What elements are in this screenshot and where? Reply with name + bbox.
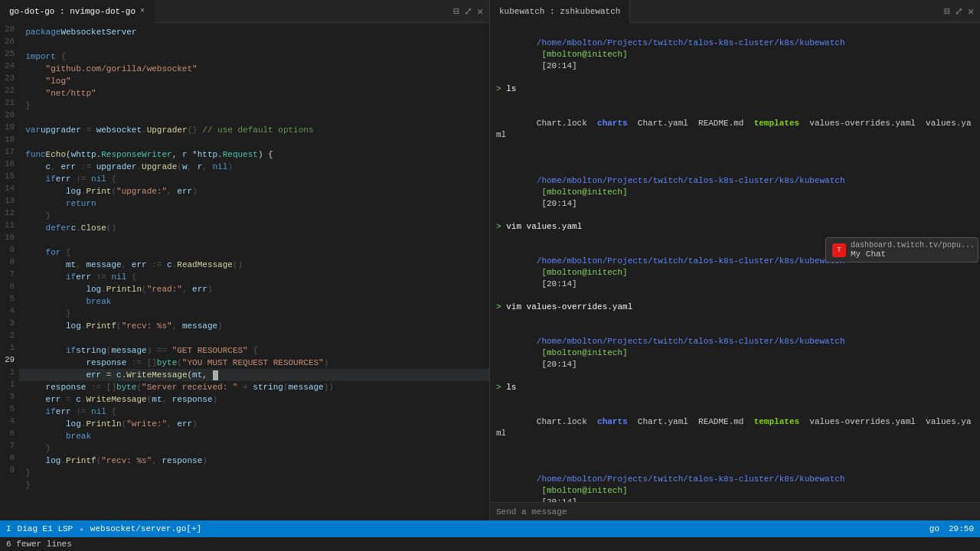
status-right: go 29:50 [929,524,974,533]
terminal-line: > ls [496,382,974,393]
code-line: c, err := upgrader.Upgrade(w, r, nil) [19,161,489,173]
code-line-current: err = c.WriteMessage(mt, [19,369,489,381]
info-bar: 6 fewer lines [0,537,980,551]
terminal-line: > vim values.yaml [496,221,974,233]
code-line: } [19,210,489,222]
code-line: if err != nil { [19,406,489,418]
code-line: func Echo(w http.ResponseWriter, r *http… [19,148,489,161]
status-mode: I [6,524,11,533]
send-message-placeholder: Send a message [496,507,567,517]
terminal-tab-icons: ⊟ ⤢ ✕ [944,5,980,18]
status-file: websocket/server.go[+] [90,524,201,533]
code-line: response := []byte("Server received: " +… [19,381,489,393]
status-position-text: 29:50 [949,524,974,533]
split-terminal-icon[interactable]: ⊟ [944,5,950,18]
editor-content: 28 26 25 24 23 22 21 20 19 18 17 16 15 1… [0,23,489,520]
code-line: err = c.WriteMessage(mt, response) [19,393,489,406]
code-line [19,136,489,148]
code-line: } [19,308,489,320]
terminal-line [496,393,974,405]
line-numbers: 28 26 25 24 23 22 21 20 19 18 17 16 15 1… [0,23,19,520]
terminal-ls-output: Chart.lock charts Chart.yaml README.md t… [496,106,974,152]
chat-notification-popup[interactable]: T dashboard.twitch.tv/popu... My Chat [825,237,978,262]
code-line: for { [19,246,489,259]
code-line: log.Println("write:", err) [19,418,489,430]
status-plugin-icons: ✦ [79,524,84,534]
code-line: package WebsocketServer [19,26,489,38]
terminal-line: /home/mbolton/Projects/twitch/talos-k8s-… [496,462,974,502]
status-diag-text: Diag E1 LSP [18,524,74,533]
code-line: break [19,430,489,442]
code-line: "github.com/gorilla/websocket" [19,63,489,75]
maximize-icon[interactable]: ⤢ [464,5,472,18]
code-line: if err != nil { [19,271,489,283]
terminal-tab-bar: kubewatch : zshkubewatch ⊟ ⤢ ✕ [490,0,980,23]
code-line: return [19,197,489,210]
editor-active-tab[interactable]: go-dot-go : nvimgo-dot-go × [0,0,155,23]
terminal-line [496,451,974,462]
chat-my-chat-label: My Chat [851,249,975,259]
terminal-line [496,152,974,164]
code-line: log.Print("upgrade:", err) [19,185,489,197]
editor-tab-bar: go-dot-go : nvimgo-dot-go × ⊟ ⤢ ✕ [0,0,489,23]
terminal-tab[interactable]: kubewatch : zshkubewatch [490,0,630,23]
code-line: break [19,295,489,308]
editor-tab-label: go-dot-go : nvimgo-dot-go [9,7,136,16]
code-line: if err != nil { [19,173,489,185]
status-lang: go [929,524,939,533]
code-line: log.Println("read:", err) [19,283,489,295]
code-line: "log" [19,75,489,87]
code-line: log.Printf("recv: %s", message) [19,320,489,332]
terminal-tab-label: kubewatch : zshkubewatch [499,7,620,16]
terminal-line: /home/mbolton/Projects/twitch/talos-k8s-… [496,26,974,83]
status-mode-label: I [6,524,11,533]
status-lang-text: go [929,524,939,533]
code-line: import { [19,51,489,63]
maximize-terminal-icon[interactable]: ⤢ [955,5,963,18]
terminal-output[interactable]: /home/mbolton/Projects/twitch/talos-k8s-… [490,23,980,502]
code-line: } [19,99,489,112]
status-bar: I Diag E1 LSP ✦ websocket/server.go[+] g… [0,520,980,537]
status-left: I Diag E1 LSP ✦ websocket/server.go[+] [6,524,201,534]
info-bar-text: 6 fewer lines [6,540,72,549]
split-icon[interactable]: ⊟ [453,5,459,18]
terminal-line: > ls [496,83,974,95]
code-line [19,38,489,51]
code-line [19,112,489,124]
terminal-ls-output: Chart.lock charts Chart.yaml README.md t… [496,405,974,451]
status-position: 29:50 [949,524,974,533]
editor-pane: go-dot-go : nvimgo-dot-go × ⊟ ⤢ ✕ 28 26 … [0,0,490,520]
code-line: } [19,442,489,455]
code-line: defer c.Close() [19,222,489,234]
chat-popup-content: dashboard.twitch.tv/popu... My Chat [851,241,975,259]
code-line: response := []byte("YOU MUST REQUEST RES… [19,357,489,369]
status-diag: Diag E1 LSP [18,524,74,533]
terminal-line: /home/mbolton/Projects/twitch/talos-k8s-… [496,164,974,221]
code-line: } [19,479,489,491]
terminal-line [496,313,974,324]
terminal-line: > vim values-overrides.yaml [496,302,974,313]
tab-close-icon[interactable]: × [140,7,145,15]
code-line: mt, message, err := c.ReadMessage() [19,259,489,271]
code-display[interactable]: package WebsocketServer import { "github… [19,23,489,520]
code-line [19,332,489,344]
code-line [19,234,489,246]
code-line: } [19,467,489,479]
terminal-line: /home/mbolton/Projects/twitch/talos-k8s-… [496,324,974,382]
chat-source-label: dashboard.twitch.tv/popu... [851,241,975,249]
code-line: "net/http" [19,87,489,99]
code-line: log.Printf("recv: %s", response) [19,455,489,467]
code-line: if string(message) == "GET RESOURCES" { [19,344,489,357]
close-editor-icon[interactable]: ✕ [477,5,483,18]
code-line: var upgrader = websocket.Upgrader{} // u… [19,124,489,136]
close-terminal-icon[interactable]: ✕ [968,5,974,18]
chat-avatar-icon: T [832,243,846,257]
send-message-bar: Send a message [490,502,980,520]
status-file-text: websocket/server.go[+] [90,524,201,533]
terminal-line [496,95,974,106]
editor-tab-icons: ⊟ ⤢ ✕ [453,5,489,18]
